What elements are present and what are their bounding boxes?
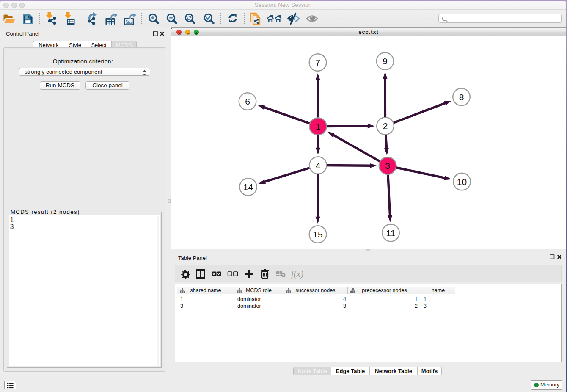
svg-text:14: 14 xyxy=(243,182,253,192)
svg-text:15: 15 xyxy=(313,229,322,239)
svg-text:11: 11 xyxy=(386,228,396,238)
svg-text:6: 6 xyxy=(245,97,250,106)
svg-text:f(x): f(x) xyxy=(291,269,303,279)
svg-text:10: 10 xyxy=(457,177,467,187)
svg-text:2: 2 xyxy=(383,121,388,131)
svg-text:8: 8 xyxy=(459,92,464,102)
svg-text:9: 9 xyxy=(383,56,388,66)
svg-text:1: 1 xyxy=(316,121,321,131)
svg-text:7: 7 xyxy=(315,58,320,67)
svg-text:4: 4 xyxy=(316,160,321,170)
svg-text:3: 3 xyxy=(385,161,390,171)
